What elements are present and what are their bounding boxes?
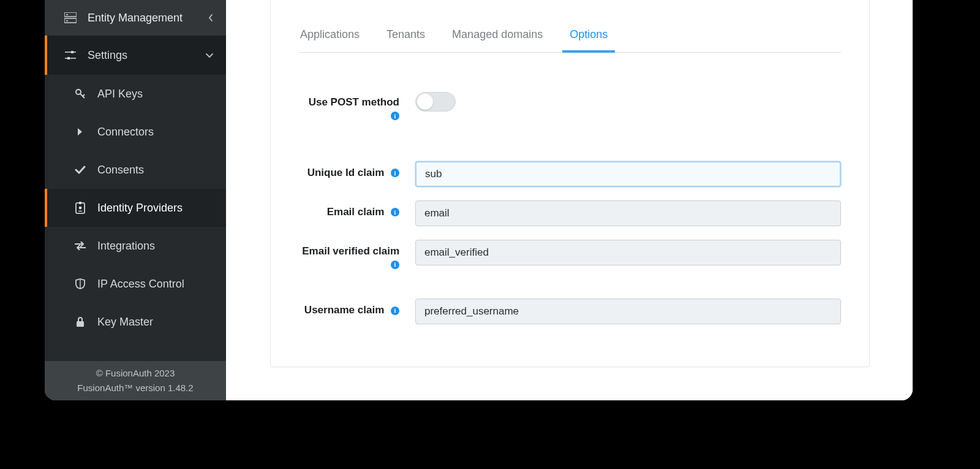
sliders-icon <box>64 49 77 61</box>
label-username: Username claim i <box>299 299 407 316</box>
svg-rect-7 <box>67 57 70 59</box>
sidebar-item-consents[interactable]: Consents <box>45 151 226 189</box>
id-badge-icon <box>74 202 86 214</box>
sidebar-item-ip-access-control[interactable]: IP Access Control <box>45 265 226 303</box>
svg-rect-3 <box>66 20 68 21</box>
row-username: Username claim i <box>299 299 841 324</box>
shield-icon <box>74 278 86 290</box>
info-icon[interactable]: i <box>391 261 399 269</box>
app-window: Entity Management Settings <box>45 0 913 400</box>
sidebar-footer: © FusionAuth 2023 FusionAuth™ version 1.… <box>45 361 226 400</box>
footer-version: FusionAuth™ version 1.48.2 <box>48 381 222 395</box>
panel-inner: Applications Tenants Managed domains Opt… <box>271 22 869 356</box>
exchange-icon <box>74 240 86 252</box>
chevron-down-icon <box>205 52 214 58</box>
tabs: Applications Tenants Managed domains Opt… <box>299 22 841 53</box>
sidebar-item-key-master[interactable]: Key Master <box>45 303 226 341</box>
sidebar-item-label: IP Access Control <box>97 278 184 291</box>
row-email: Email claim i <box>299 200 841 226</box>
svg-rect-2 <box>66 14 68 15</box>
sidebar-item-label: Consents <box>97 164 144 177</box>
sidebar-item-label: Integrations <box>97 240 155 253</box>
options-form: Use POST method i Unique Id claim i <box>299 91 841 324</box>
tab-applications[interactable]: Applications <box>299 22 361 52</box>
tab-options[interactable]: Options <box>568 22 609 52</box>
sidebar-item-label: Identity Providers <box>97 202 183 215</box>
email-input[interactable] <box>415 200 841 226</box>
username-input[interactable] <box>415 299 841 324</box>
row-use-post: Use POST method i <box>299 91 841 122</box>
sidebar-item-identity-providers[interactable]: Identity Providers <box>45 189 226 227</box>
sidebar: Entity Management Settings <box>45 0 226 400</box>
svg-point-13 <box>79 207 82 210</box>
info-icon[interactable]: i <box>391 307 399 315</box>
svg-point-8 <box>76 90 81 94</box>
label-unique-id: Unique Id claim i <box>299 161 407 179</box>
label-email: Email claim i <box>299 200 407 218</box>
info-icon[interactable]: i <box>391 208 399 216</box>
sidebar-section-settings[interactable]: Settings <box>45 36 226 75</box>
sidebar-item-connectors[interactable]: Connectors <box>45 113 226 151</box>
info-icon[interactable]: i <box>391 112 399 120</box>
svg-rect-5 <box>71 51 74 53</box>
toggle-knob <box>417 94 433 110</box>
svg-line-10 <box>83 94 85 96</box>
sidebar-item-label: API Keys <box>97 88 143 101</box>
lock-icon <box>74 316 86 328</box>
sidebar-item-entity-management[interactable]: Entity Management <box>45 0 226 36</box>
sidebar-item-integrations[interactable]: Integrations <box>45 227 226 265</box>
tab-managed-domains[interactable]: Managed domains <box>451 22 544 52</box>
info-icon[interactable]: i <box>391 169 399 177</box>
stack-icon <box>64 12 77 24</box>
chevron-left-icon <box>208 13 214 22</box>
unique-id-input[interactable] <box>415 161 841 187</box>
footer-copyright: © FusionAuth 2023 <box>48 366 222 381</box>
tab-tenants[interactable]: Tenants <box>385 22 426 52</box>
svg-rect-12 <box>79 202 81 204</box>
label-email-verified: Email verified claim i <box>299 240 407 271</box>
sidebar-scroll: Entity Management Settings <box>45 0 226 361</box>
row-email-verified: Email verified claim i <box>299 240 841 271</box>
check-icon <box>74 164 86 176</box>
sidebar-item-label: Connectors <box>97 126 154 139</box>
label-use-post: Use POST method i <box>299 91 407 122</box>
key-icon <box>74 88 86 100</box>
email-verified-input[interactable] <box>415 240 841 265</box>
main-content: Applications Tenants Managed domains Opt… <box>226 0 913 400</box>
chevron-right-bold-icon <box>74 126 86 138</box>
panel: Applications Tenants Managed domains Opt… <box>270 0 870 367</box>
svg-rect-14 <box>77 321 84 327</box>
sidebar-item-label: Key Master <box>97 316 153 329</box>
row-unique-id: Unique Id claim i <box>299 161 841 187</box>
sidebar-section-label: Settings <box>88 49 127 62</box>
sidebar-item-api-keys[interactable]: API Keys <box>45 75 226 113</box>
use-post-toggle[interactable] <box>415 92 456 112</box>
sidebar-top-label: Entity Management <box>88 12 183 25</box>
